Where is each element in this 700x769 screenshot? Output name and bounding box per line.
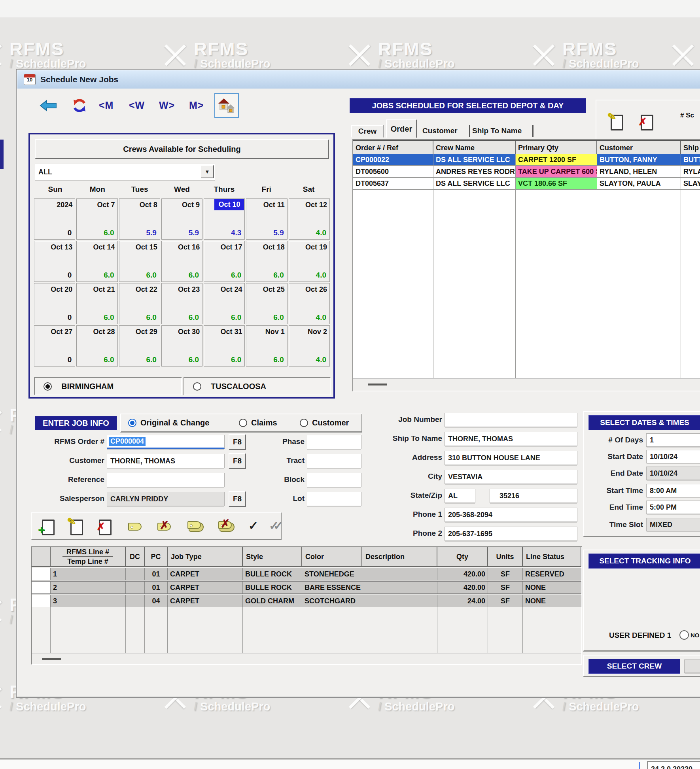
calendar-day-cell[interactable]: Oct 246.0 xyxy=(204,283,245,324)
calendar-day-cell[interactable]: Oct 256.0 xyxy=(246,283,287,324)
line-item-row[interactable]: 2 01 CARPET BULLE ROCK BARE ESSENCE 420.… xyxy=(32,581,581,594)
column-header[interactable]: Style xyxy=(243,547,302,566)
tab-crew[interactable]: Crew xyxy=(351,125,384,138)
column-header[interactable]: PC xyxy=(145,547,168,566)
calendar-day-cell[interactable]: Oct 166.0 xyxy=(161,241,202,282)
calendar-day-cell[interactable]: 20240 xyxy=(34,198,75,240)
column-header[interactable]: Description xyxy=(362,547,437,566)
row-selector-cell[interactable] xyxy=(32,582,51,593)
calendar-day-cell[interactable]: Oct 264.0 xyxy=(289,283,330,324)
rfms-order-input[interactable]: CP000004 xyxy=(107,435,225,449)
calendar-day-cell[interactable]: Oct 270 xyxy=(34,325,75,367)
delete-job-button[interactable]: ✗ xyxy=(641,115,653,132)
start-time-input[interactable]: 8:00 AM xyxy=(646,484,700,497)
reference-input[interactable] xyxy=(107,473,225,487)
prev-month-button[interactable]: <M xyxy=(99,100,114,111)
calendar-day-cell[interactable]: Oct 226.0 xyxy=(119,283,160,324)
calendar-day-cell[interactable]: Oct 176.0 xyxy=(204,241,245,282)
job-row-selected[interactable]: CP000022 DS ALL SERVICE LLC CARPET 1200 … xyxy=(353,154,700,166)
depot-option-birmingham[interactable]: BIRMINGHAM xyxy=(34,377,182,395)
calendar-day-cell[interactable]: Oct 156.0 xyxy=(119,241,160,282)
phase-input[interactable] xyxy=(307,435,361,449)
radio-claims[interactable]: Claims xyxy=(239,418,277,427)
column-header[interactable]: Order # / Ref xyxy=(353,141,433,155)
row-selector-cell[interactable] xyxy=(32,568,51,580)
prev-week-button[interactable]: <W xyxy=(129,100,145,111)
line-items-horizontal-scrollbar[interactable] xyxy=(32,654,581,664)
column-header[interactable]: Ship To Name xyxy=(681,141,700,155)
column-header[interactable]: Units xyxy=(488,547,523,566)
column-header[interactable]: Customer xyxy=(597,141,681,155)
calendar-day-cell[interactable]: Oct 236.0 xyxy=(161,283,202,324)
calendar-day-cell[interactable]: Oct 200 xyxy=(34,283,75,324)
calendar-day-cell[interactable]: Oct 286.0 xyxy=(76,325,117,367)
calendar-day-cell[interactable]: Oct 186.0 xyxy=(246,241,287,282)
home-depot-button[interactable] xyxy=(214,93,239,118)
tab-ship-to-name[interactable]: Ship To Name xyxy=(470,125,534,137)
state-input[interactable]: AL xyxy=(445,489,475,503)
phone2-input[interactable]: 205-637-1695 xyxy=(445,527,577,541)
radio-customer[interactable]: Customer xyxy=(300,418,349,427)
radio-original-change[interactable]: Original & Change xyxy=(128,418,209,427)
tract-input[interactable] xyxy=(307,454,361,468)
confirm-all-button[interactable]: ✓✓ xyxy=(269,519,278,533)
refresh-button[interactable] xyxy=(72,98,87,115)
user-defined-1-radio-no[interactable]: NO xyxy=(679,630,700,640)
end-time-input[interactable]: 5:00 PM xyxy=(646,501,700,514)
calendar-day-cell[interactable]: Oct 316.0 xyxy=(204,325,245,367)
line-item-row[interactable]: 3 04 CARPET GOLD CHARM SCOTCHGARD 24.00 … xyxy=(32,595,581,607)
next-week-button[interactable]: W> xyxy=(159,100,175,111)
depot-option-tuscaloosa[interactable]: TUSCALOOSA xyxy=(184,377,331,395)
phone1-input[interactable]: 205-368-2094 xyxy=(445,508,577,522)
calendar-day-cell[interactable]: Oct 95.9 xyxy=(161,198,202,240)
line-item-row[interactable]: 1 01 CARPET BULLE ROCK STONEHEDGE 420.00… xyxy=(32,568,581,580)
salesperson-input[interactable]: CARLYN PRIDDY xyxy=(107,492,225,506)
scrollbar-thumb[interactable] xyxy=(368,384,387,385)
calendar-day-cell[interactable]: Oct 130 xyxy=(34,241,75,282)
row-selector-cell[interactable] xyxy=(32,595,51,607)
column-header[interactable]: Crew Name xyxy=(433,141,516,155)
dropdown-arrow-button[interactable]: ▼ xyxy=(201,165,214,178)
end-date-input[interactable]: 10/10/24 xyxy=(646,467,700,480)
radio-unselected-icon[interactable] xyxy=(193,382,201,391)
column-header[interactable]: Line Status xyxy=(523,547,581,566)
calendar-day-cell[interactable]: Oct 296.0 xyxy=(119,325,160,367)
back-button[interactable] xyxy=(40,100,57,113)
calendar-day-cell[interactable]: Oct 194.0 xyxy=(289,241,330,282)
untag-all-button[interactable]: ✗ xyxy=(218,521,232,531)
add-line-button[interactable]: + xyxy=(42,520,55,537)
num-days-input[interactable]: 1 xyxy=(646,433,700,447)
city-input[interactable]: VESTAVIA xyxy=(445,470,577,484)
column-header[interactable]: Color xyxy=(302,547,362,566)
zip-input[interactable]: 35216 xyxy=(490,489,577,503)
untag-line-button[interactable]: ✗ xyxy=(157,523,171,532)
calendar-day-cell[interactable]: Nov 24.0 xyxy=(289,325,330,367)
radio-selected-icon[interactable] xyxy=(44,382,52,391)
calendar-day-cell[interactable]: Oct 76.0 xyxy=(76,198,117,240)
tab-customer[interactable]: Customer xyxy=(420,125,470,137)
next-month-button[interactable]: M> xyxy=(189,100,204,111)
radio-unselected-icon[interactable] xyxy=(679,630,689,640)
edit-job-button[interactable]: ✎ xyxy=(611,115,623,132)
address-input[interactable]: 310 BUTTON HOUSE LANE xyxy=(445,451,577,465)
radio-unselected-icon[interactable] xyxy=(239,419,247,427)
job-row[interactable]: DT005637 DS ALL SERVICE LLC VCT 180.66 S… xyxy=(353,178,700,190)
calendar-day-cell[interactable]: Oct 306.0 xyxy=(161,325,202,367)
column-header[interactable]: Job Type xyxy=(168,547,243,566)
calendar-day-cell[interactable]: Oct 85.9 xyxy=(119,198,160,240)
confirm-button[interactable]: ✓ xyxy=(248,519,258,533)
line-number-column-header[interactable]: RFMS Line # Temp Line # xyxy=(51,547,126,566)
time-slot-input[interactable]: MIXED xyxy=(646,518,700,531)
tag-all-button[interactable] xyxy=(187,521,201,531)
calendar-day-cell[interactable]: Nov 16.0 xyxy=(246,325,287,367)
column-header[interactable]: Primary Qty xyxy=(516,141,597,155)
calendar-day-cell[interactable]: Oct 216.0 xyxy=(76,283,117,324)
start-date-input[interactable]: 10/10/24 xyxy=(646,450,700,463)
delete-line-button[interactable]: ✗ xyxy=(99,520,112,537)
lot-input[interactable] xyxy=(307,492,361,506)
job-number-input[interactable] xyxy=(445,413,577,427)
window-titlebar[interactable]: 10 Schedule New Jobs xyxy=(17,70,700,89)
calendar-day-cell-selected[interactable]: Oct 104.3 xyxy=(204,198,245,240)
tab-order-active[interactable]: Order xyxy=(386,119,417,138)
calendar-day-cell[interactable]: Oct 124.0 xyxy=(289,198,330,240)
